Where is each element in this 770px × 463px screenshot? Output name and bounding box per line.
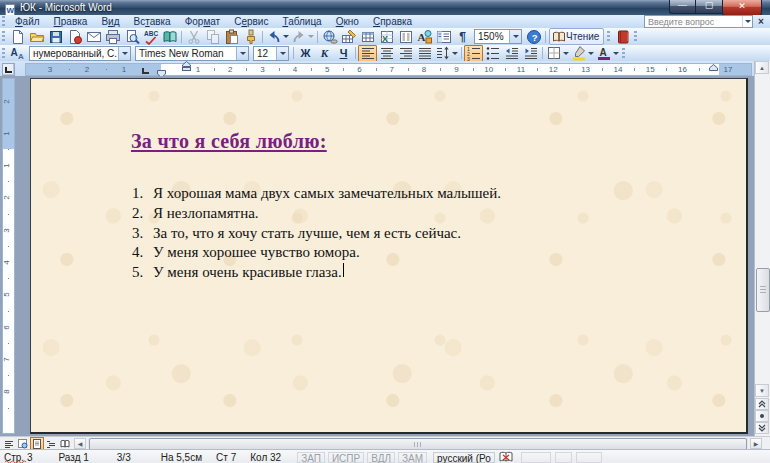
print-preview-button[interactable] bbox=[122, 28, 141, 45]
style-combo-dropdown[interactable] bbox=[118, 47, 130, 60]
underline-button[interactable]: Ч bbox=[334, 45, 353, 62]
scroll-down-button[interactable]: ▼ bbox=[755, 384, 769, 397]
research-book-button[interactable] bbox=[160, 28, 179, 45]
ask-question-input[interactable]: Введите вопрос bbox=[644, 15, 753, 28]
vertical-ruler[interactable]: 2112345678 bbox=[2, 78, 15, 434]
menu-item-table[interactable]: Таблица bbox=[275, 15, 328, 28]
track-changes-mode[interactable]: ИСПР bbox=[328, 452, 364, 463]
right-indent-marker[interactable] bbox=[709, 57, 718, 75]
permission-button[interactable] bbox=[65, 28, 84, 45]
line-spacing-button[interactable] bbox=[434, 45, 459, 62]
document-map-button[interactable] bbox=[434, 28, 453, 45]
format-painter-brush-button[interactable] bbox=[241, 28, 260, 45]
zoom-combo[interactable]: 150% bbox=[474, 29, 522, 44]
document-page[interactable]: За что я себя люблю: 1.Я хорошая мама дв… bbox=[30, 78, 748, 434]
toolbar-grip[interactable] bbox=[2, 48, 5, 59]
undo-arrow-button[interactable] bbox=[265, 28, 290, 45]
toolbar-grip[interactable] bbox=[2, 31, 5, 42]
list-item[interactable]: 1.Я хорошая мама двух самых замечательны… bbox=[132, 184, 501, 204]
toolbar-grip[interactable] bbox=[622, 48, 625, 59]
dropdown-caret[interactable] bbox=[308, 35, 314, 38]
insert-table-button[interactable] bbox=[358, 28, 377, 45]
list-item[interactable]: 5.У меня очень красивые глаза. bbox=[132, 263, 501, 283]
menu-item-window[interactable]: Окно bbox=[329, 15, 366, 28]
email-button[interactable] bbox=[84, 28, 103, 45]
list-item-text[interactable]: Я хорошая мама двух самых замечательных … bbox=[153, 184, 501, 204]
next-page-button[interactable] bbox=[755, 422, 769, 434]
help-circle-button[interactable]: ? bbox=[524, 28, 543, 45]
vertical-scrollbar[interactable]: ▲ ▼ bbox=[754, 61, 770, 436]
section-indicator[interactable]: Разд 1 bbox=[58, 452, 88, 463]
page-indicator[interactable]: Стр. 3 bbox=[4, 452, 32, 463]
new-document-button[interactable] bbox=[8, 28, 27, 45]
hanging-indent-marker[interactable] bbox=[182, 57, 191, 75]
minimize-button[interactable]: — bbox=[669, 0, 695, 14]
horizontal-ruler[interactable]: 3211234567891011121314151617 bbox=[25, 63, 752, 76]
insert-excel-button[interactable]: X bbox=[377, 28, 396, 45]
menu-item-help[interactable]: Справка bbox=[366, 15, 419, 28]
dropdown-caret[interactable] bbox=[452, 52, 458, 55]
increase-indent-button[interactable] bbox=[521, 45, 540, 62]
font-combo[interactable]: Times New Roman bbox=[135, 46, 249, 61]
spelling-status[interactable] bbox=[499, 451, 513, 463]
menu-item-view[interactable]: Вид bbox=[94, 15, 126, 28]
red-book-button[interactable] bbox=[613, 28, 632, 45]
tab-stop-marker[interactable] bbox=[142, 68, 149, 74]
save-floppy-button[interactable] bbox=[46, 28, 65, 45]
vertical-scrollbar-thumb[interactable] bbox=[756, 268, 770, 312]
align-center-button[interactable] bbox=[377, 45, 396, 62]
paste-clipboard-button[interactable] bbox=[222, 28, 241, 45]
show-hide-pilcrow-button[interactable]: ¶ bbox=[453, 28, 472, 45]
document-heading[interactable]: За что я себя люблю: bbox=[131, 129, 327, 153]
copy-pages-button[interactable] bbox=[203, 28, 222, 45]
columns-button[interactable] bbox=[396, 28, 415, 45]
menu-item-format[interactable]: Формат bbox=[178, 15, 228, 28]
menubar-grip[interactable] bbox=[2, 16, 5, 27]
align-right-button[interactable] bbox=[396, 45, 415, 62]
scroll-left-button[interactable]: ◀ bbox=[74, 438, 86, 449]
menu-item-file[interactable]: Файл bbox=[8, 15, 47, 28]
menu-item-tools[interactable]: Сервис bbox=[227, 15, 275, 28]
page-count-indicator[interactable]: 3/3 bbox=[117, 452, 131, 463]
list-item[interactable]: 4.У меня хорошее чувство юмора. bbox=[132, 243, 501, 263]
highlight-marker-button[interactable] bbox=[570, 45, 595, 62]
reading-button[interactable]: Чтение bbox=[549, 28, 604, 45]
font-size-combo-dropdown[interactable] bbox=[276, 47, 288, 60]
menubar-close-button[interactable]: × bbox=[755, 16, 767, 27]
close-button[interactable]: ✕ bbox=[722, 0, 762, 16]
tables-and-borders-button[interactable] bbox=[339, 28, 358, 45]
drawing-shapes-button[interactable]: A bbox=[415, 28, 434, 45]
hyperlink-globe-button[interactable] bbox=[320, 28, 339, 45]
language-indicator[interactable]: русский (Ро bbox=[433, 452, 495, 463]
list-item-text[interactable]: У меня очень красивые глаза. bbox=[153, 263, 342, 283]
dropdown-caret[interactable] bbox=[563, 52, 569, 55]
extend-selection-mode[interactable]: ВДЛ bbox=[367, 452, 395, 463]
redo-arrow-button[interactable] bbox=[290, 28, 315, 45]
title-bar[interactable]: W ЮК - Microsoft Word — ▢ ✕ bbox=[0, 0, 770, 15]
decrease-indent-button[interactable] bbox=[502, 45, 521, 62]
record-mode[interactable]: ЗАП bbox=[297, 452, 325, 463]
list-item[interactable]: 3.За то, что я хочу стать лучше, чем я е… bbox=[132, 224, 501, 244]
tab-selector[interactable] bbox=[2, 63, 15, 76]
list-item-text[interactable]: За то, что я хочу стать лучше, чем я ест… bbox=[153, 224, 461, 244]
toolbar-grip[interactable] bbox=[634, 31, 637, 42]
spelling-check-button[interactable]: ABC bbox=[141, 28, 160, 45]
numbered-list-button[interactable]: 123 bbox=[464, 45, 483, 62]
zoom-combo-dropdown[interactable] bbox=[509, 30, 521, 43]
scroll-up-button[interactable]: ▲ bbox=[755, 61, 769, 74]
font-color-button[interactable]: А bbox=[595, 45, 620, 62]
dropdown-caret[interactable] bbox=[588, 52, 594, 55]
horizontal-scrollbar-track[interactable] bbox=[88, 438, 748, 449]
align-justify-button[interactable] bbox=[415, 45, 434, 62]
overtype-mode[interactable]: ЗАМ bbox=[398, 452, 427, 463]
scroll-right-button[interactable]: ▶ bbox=[750, 438, 762, 449]
menu-item-edit[interactable]: Правка bbox=[47, 15, 95, 28]
font-combo-dropdown[interactable] bbox=[236, 47, 248, 60]
toolbar-grip[interactable] bbox=[607, 31, 610, 42]
list-item[interactable]: 2.Я незлопамятна. bbox=[132, 204, 501, 224]
style-combo[interactable]: нумерованный, С. bbox=[29, 46, 131, 61]
font-size-combo[interactable]: 12 bbox=[253, 46, 289, 61]
align-left-button[interactable] bbox=[358, 45, 377, 62]
bullet-list-button[interactable] bbox=[483, 45, 502, 62]
cut-scissors-button[interactable] bbox=[184, 28, 203, 45]
